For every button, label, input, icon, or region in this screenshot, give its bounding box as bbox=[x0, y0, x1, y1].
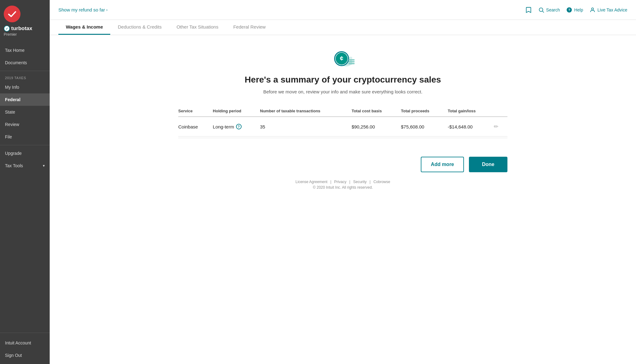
cell-transactions: 35 bbox=[260, 117, 352, 137]
help-icon: ? bbox=[566, 7, 572, 13]
cell-service: Coinbase bbox=[178, 117, 213, 137]
sidebar-item-intuit-account[interactable]: Intuit Account bbox=[0, 337, 50, 349]
page-subtitle: Before we move on, review your info and … bbox=[263, 89, 423, 94]
col-header-proceeds: Total proceeds bbox=[401, 106, 448, 117]
search-icon bbox=[538, 7, 544, 13]
footer-link-privacy[interactable]: Privacy bbox=[334, 180, 346, 184]
sidebar-divider-1 bbox=[0, 71, 50, 71]
add-more-button[interactable]: Add more bbox=[421, 157, 464, 172]
footer: License Agreement | Privacy | Security |… bbox=[296, 172, 390, 196]
tab-other-tax[interactable]: Other Tax Situations bbox=[169, 20, 226, 35]
sidebar-item-documents[interactable]: Documents bbox=[0, 56, 50, 69]
nav-tabs: Wages & Income Deductions & Credits Othe… bbox=[50, 20, 636, 35]
main-content: Show my refund so far › Search ? Help bbox=[50, 0, 636, 364]
action-buttons: Add more Done bbox=[178, 157, 507, 172]
svg-point-6 bbox=[591, 8, 593, 10]
svg-text:✓: ✓ bbox=[6, 27, 8, 30]
bookmark-icon[interactable] bbox=[525, 7, 532, 13]
done-button[interactable]: Done bbox=[469, 157, 507, 172]
topbar-actions: Search ? Help Live Tax Advice bbox=[525, 7, 627, 13]
refund-chevron-icon: › bbox=[106, 7, 107, 12]
person-icon bbox=[589, 7, 596, 13]
col-header-gain-loss: Total gain/loss bbox=[448, 106, 494, 117]
sidebar-navigation: Tax Home Documents 2019 TAXES My Info Fe… bbox=[0, 42, 50, 333]
col-header-service: Service bbox=[178, 106, 213, 117]
sidebar-item-state[interactable]: State bbox=[0, 106, 50, 118]
col-header-transactions: Number of taxable transactions bbox=[260, 106, 352, 117]
refund-link[interactable]: Show my refund so far › bbox=[58, 7, 107, 12]
sidebar-divider-2 bbox=[0, 145, 50, 145]
footer-link-license[interactable]: License Agreement bbox=[296, 180, 328, 184]
svg-rect-13 bbox=[348, 61, 355, 62]
chevron-down-icon: ▾ bbox=[43, 164, 45, 168]
footer-copyright: © 2020 Intuit Inc. All rights reserved. bbox=[296, 185, 390, 190]
crypto-coins-icon: ¢ bbox=[330, 47, 355, 69]
sidebar-item-upgrade[interactable]: Upgrade bbox=[0, 147, 50, 160]
cell-edit: ✏ bbox=[494, 117, 507, 137]
sidebar-item-my-info[interactable]: My Info bbox=[0, 81, 50, 93]
crypto-icon-area: ¢ bbox=[330, 47, 355, 69]
col-header-actions bbox=[494, 106, 507, 117]
svg-rect-12 bbox=[348, 59, 355, 61]
page-content: ¢ Here's a summary of your cryptocurrenc… bbox=[50, 35, 636, 364]
svg-line-3 bbox=[542, 11, 544, 12]
cell-proceeds: $75,608.00 bbox=[401, 117, 448, 137]
footer-link-cobrowse[interactable]: Cobrowse bbox=[373, 180, 390, 184]
svg-rect-14 bbox=[348, 63, 355, 64]
svg-text:?: ? bbox=[568, 8, 570, 12]
col-header-holding: Holding period bbox=[213, 106, 260, 117]
sidebar-item-tax-home[interactable]: Tax Home bbox=[0, 44, 50, 56]
cell-cost-basis: $90,256.00 bbox=[352, 117, 401, 137]
summary-table: Service Holding period Number of taxable… bbox=[178, 106, 507, 137]
help-button[interactable]: ? Help bbox=[566, 7, 583, 13]
brand-name: turbotax bbox=[11, 25, 32, 32]
info-icon[interactable]: ? bbox=[236, 124, 242, 129]
svg-point-2 bbox=[539, 8, 543, 11]
page-title: Here's a summary of your cryptocurrency … bbox=[245, 75, 441, 85]
sidebar-item-file[interactable]: File bbox=[0, 131, 50, 143]
cell-holding-period: Long-term ? bbox=[213, 117, 260, 137]
cell-gain-loss: -$14,648.00 bbox=[448, 117, 494, 137]
logo-area: ✓ turbotax Premier bbox=[0, 0, 50, 42]
table-bottom-divider bbox=[178, 138, 507, 138]
sidebar: ✓ turbotax Premier Tax Home Documents 20… bbox=[0, 0, 50, 364]
topbar: Show my refund so far › Search ? Help bbox=[50, 0, 636, 20]
edit-icon[interactable]: ✏ bbox=[494, 124, 498, 130]
col-header-cost-basis: Total cost basis bbox=[352, 106, 401, 117]
sidebar-item-sign-out[interactable]: Sign Out bbox=[0, 349, 50, 362]
sidebar-section-label: 2019 TAXES bbox=[0, 73, 50, 81]
svg-text:¢: ¢ bbox=[340, 55, 343, 62]
logo-circle bbox=[4, 6, 20, 22]
sidebar-bottom: Intuit Account Sign Out bbox=[0, 333, 50, 364]
turbotax-brand: ✓ turbotax bbox=[4, 25, 32, 32]
intuit-logo-icon: ✓ bbox=[4, 25, 10, 32]
tab-deductions-credits[interactable]: Deductions & Credits bbox=[110, 20, 169, 35]
tab-wages-income[interactable]: Wages & Income bbox=[58, 20, 110, 35]
live-tax-advice-button[interactable]: Live Tax Advice bbox=[589, 7, 627, 13]
brand-tier: Premier bbox=[4, 32, 17, 37]
sidebar-item-federal[interactable]: Federal bbox=[0, 93, 50, 106]
table-row: Coinbase Long-term ? 35 $90,256.00 $75,6… bbox=[178, 117, 507, 137]
footer-link-security[interactable]: Security bbox=[353, 180, 366, 184]
sidebar-item-tax-tools[interactable]: Tax Tools ▾ bbox=[0, 160, 50, 172]
table-header-row: Service Holding period Number of taxable… bbox=[178, 106, 507, 117]
tab-federal-review[interactable]: Federal Review bbox=[226, 20, 273, 35]
footer-links: License Agreement | Privacy | Security |… bbox=[296, 180, 390, 184]
search-button[interactable]: Search bbox=[538, 7, 560, 13]
checkmark-icon bbox=[7, 9, 17, 19]
sidebar-item-review[interactable]: Review bbox=[0, 118, 50, 131]
